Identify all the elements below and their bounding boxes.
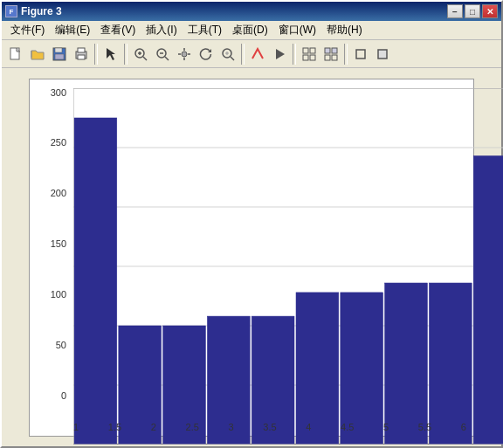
new-button[interactable] — [5, 44, 26, 65]
svg-rect-25 — [303, 55, 308, 60]
zoom-out-button[interactable] — [152, 44, 173, 65]
svg-rect-7 — [78, 55, 85, 59]
x-label-5-5: 5.5 — [418, 423, 431, 432]
svg-rect-24 — [310, 48, 315, 53]
svg-rect-28 — [332, 48, 337, 53]
svg-rect-48 — [429, 283, 472, 445]
box1-button[interactable] — [350, 44, 371, 65]
menu-edit[interactable]: 编辑(E) — [50, 21, 95, 39]
svg-rect-49 — [473, 155, 503, 444]
x-label-3: 3 — [229, 423, 234, 432]
svg-rect-45 — [296, 292, 339, 444]
menu-file[interactable]: 文件(F) — [5, 21, 50, 39]
grid2-button[interactable] — [320, 44, 341, 65]
zoombox-button[interactable] — [217, 44, 238, 65]
grid1-button[interactable] — [299, 44, 320, 65]
titlebar: F Figure 3 − □ ✕ — [2, 2, 501, 21]
svg-rect-3 — [55, 48, 62, 52]
x-label-1: 1 — [73, 423, 79, 432]
y-label-150: 150 — [51, 239, 66, 249]
menu-view[interactable]: 查看(V) — [95, 21, 141, 39]
separator4 — [293, 44, 296, 65]
svg-marker-8 — [107, 48, 115, 60]
svg-rect-40 — [74, 118, 117, 445]
x-label-3-5: 3.5 — [263, 423, 276, 432]
separator3 — [241, 44, 245, 65]
y-label-50: 50 — [56, 341, 66, 350]
pan-button[interactable] — [174, 44, 195, 65]
svg-marker-22 — [276, 49, 285, 59]
x-label-1-5: 1.5 — [108, 423, 121, 432]
x-label-5: 5 — [383, 423, 389, 432]
menu-desktop[interactable]: 桌面(D) — [227, 21, 273, 39]
y-label-100: 100 — [51, 290, 66, 300]
window-title: Figure 3 — [21, 5, 62, 17]
toolbar — [2, 40, 501, 68]
box2-button[interactable] — [372, 44, 393, 65]
x-label-2-5: 2.5 — [186, 423, 199, 432]
main-window: F Figure 3 − □ ✕ 文件(F) 编辑(E) 查看(V) 插入(I)… — [0, 0, 503, 448]
svg-rect-32 — [378, 50, 387, 59]
svg-rect-6 — [78, 48, 85, 52]
svg-rect-23 — [303, 48, 308, 53]
x-label-4: 4 — [306, 423, 311, 432]
x-label-2: 2 — [151, 423, 156, 432]
main-content: 0 50 100 150 200 250 300 1 1.5 2 2.5 3 3… — [2, 68, 501, 446]
svg-rect-29 — [325, 55, 330, 60]
svg-line-14 — [165, 57, 169, 60]
play-button[interactable] — [269, 44, 290, 65]
y-label-200: 200 — [51, 189, 66, 198]
close-button[interactable]: ✕ — [482, 4, 498, 18]
svg-rect-4 — [55, 54, 64, 59]
open-button[interactable] — [27, 44, 48, 65]
chart-container[interactable]: 0 50 100 150 200 250 300 1 1.5 2 2.5 3 3… — [29, 79, 474, 437]
y-label-250: 250 — [51, 138, 66, 148]
y-label-300: 300 — [51, 88, 66, 98]
svg-rect-30 — [332, 55, 337, 60]
menu-window[interactable]: 窗口(W) — [273, 21, 321, 39]
bar-chart-svg — [73, 88, 503, 445]
window-icon: F — [5, 5, 17, 17]
print-button[interactable] — [71, 44, 92, 65]
rotate-button[interactable] — [196, 44, 217, 65]
svg-rect-47 — [385, 283, 428, 445]
svg-rect-27 — [325, 48, 330, 53]
svg-rect-31 — [356, 50, 365, 59]
menu-tools[interactable]: 工具(T) — [183, 21, 227, 39]
separator1 — [94, 44, 98, 65]
x-label-6: 6 — [461, 423, 466, 432]
minimize-button[interactable]: − — [447, 4, 463, 18]
menubar: 文件(F) 编辑(E) 查看(V) 插入(I) 工具(T) 桌面(D) 窗口(W… — [2, 21, 501, 40]
save-button[interactable] — [49, 44, 70, 65]
svg-rect-26 — [310, 55, 315, 60]
select-button[interactable] — [100, 44, 121, 65]
titlebar-left: F Figure 3 — [5, 5, 62, 17]
menu-insert[interactable]: 插入(I) — [141, 21, 182, 39]
separator2 — [124, 44, 127, 65]
svg-line-10 — [143, 57, 147, 60]
separator5 — [344, 44, 348, 65]
y-label-0: 0 — [61, 391, 66, 401]
menu-help[interactable]: 帮助(H) — [321, 21, 368, 39]
maximize-button[interactable]: □ — [465, 4, 480, 18]
titlebar-buttons: − □ ✕ — [447, 4, 498, 18]
svg-line-19 — [231, 57, 234, 60]
zoom-in-button[interactable] — [130, 44, 151, 65]
x-label-4-5: 4.5 — [341, 423, 354, 432]
svg-point-16 — [182, 52, 187, 57]
draw-button[interactable] — [247, 44, 268, 65]
